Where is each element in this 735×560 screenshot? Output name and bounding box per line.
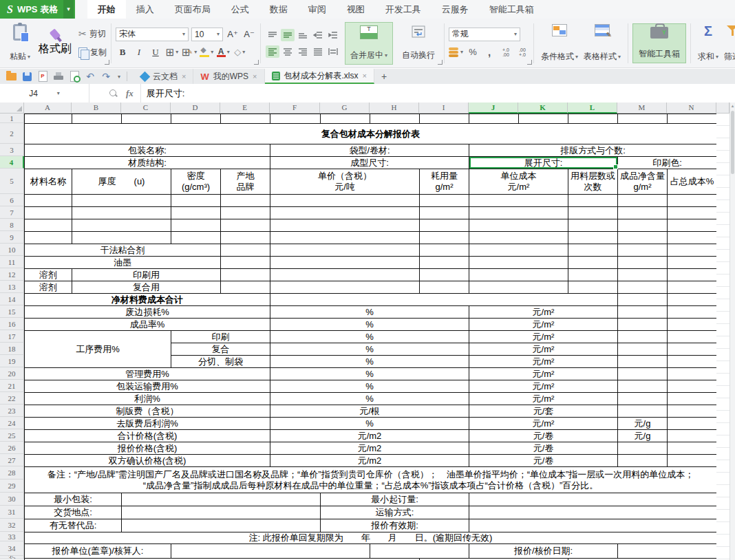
cell-A23[interactable]: 制版费（含税） xyxy=(25,405,270,418)
redo-button[interactable]: ↷ xyxy=(100,71,111,82)
cell-F10[interactable] xyxy=(270,244,420,257)
filter-button[interactable]: 筛选 xyxy=(721,23,735,64)
row-header-33[interactable]: 33 xyxy=(0,532,24,541)
cell-A34[interactable]: 报价单位(盖章)/核算人: xyxy=(25,544,171,559)
table-style-button[interactable]: ✎ 表格样式▾ xyxy=(581,23,624,64)
cell-M19[interactable] xyxy=(618,356,668,368)
menu-tab-home[interactable]: 开始 xyxy=(87,0,126,19)
cell-J12[interactable] xyxy=(469,269,568,281)
cell-J32[interactable] xyxy=(469,519,717,532)
print-preview-button[interactable] xyxy=(69,71,80,82)
cell-D7[interactable] xyxy=(171,207,221,219)
cell-N14[interactable] xyxy=(668,294,717,306)
cell-I8[interactable] xyxy=(420,219,469,232)
comma-style-button[interactable]: , xyxy=(482,45,496,59)
underline-button[interactable]: U xyxy=(149,45,162,59)
cell-A3[interactable]: 包装名称: xyxy=(25,144,270,157)
open-file-button[interactable] xyxy=(6,71,17,82)
cell-M15[interactable] xyxy=(618,306,668,319)
cell-A25[interactable]: 合计价格(含税) xyxy=(25,430,270,442)
cell-F11[interactable] xyxy=(270,257,420,269)
menu-tab-view[interactable]: 视图 xyxy=(337,0,375,19)
cell-M17[interactable] xyxy=(618,331,668,343)
cell-F22[interactable]: % xyxy=(270,393,469,405)
col-header-K[interactable]: K xyxy=(518,103,568,114)
cell-I12[interactable] xyxy=(420,269,469,281)
vertical-scrollbar[interactable]: ▲ xyxy=(729,103,735,560)
formula-input[interactable]: 展开尺寸: xyxy=(147,87,185,100)
menu-tab-page-layout[interactable]: 页面布局 xyxy=(164,0,221,19)
cell-F13[interactable] xyxy=(270,281,420,294)
cell-N22[interactable] xyxy=(668,393,717,405)
cell-E12[interactable] xyxy=(221,269,270,281)
col-header-E[interactable]: E xyxy=(220,103,270,114)
cut-button[interactable]: ✂剪切 xyxy=(78,28,107,40)
cell-A10[interactable]: 干法粘合剂 xyxy=(25,244,221,257)
cell-J5[interactable]: 单位成本 元/m² xyxy=(469,169,568,195)
cell-M20[interactable] xyxy=(618,368,668,380)
row-header-15[interactable]: 15 xyxy=(0,305,24,318)
row-header-21[interactable]: 21 xyxy=(0,380,24,392)
row-header-6[interactable]: 6 xyxy=(0,194,24,206)
cell-F19[interactable]: % xyxy=(270,356,469,368)
col-header-G[interactable]: G xyxy=(320,103,370,114)
currency-button[interactable]: ▾ xyxy=(449,45,463,59)
row-header-18[interactable]: 18 xyxy=(0,343,24,355)
quick-access-caret-icon[interactable]: ▾ xyxy=(118,74,120,80)
cell-A4[interactable]: 材质结构: xyxy=(25,157,270,169)
cell-J9[interactable] xyxy=(469,232,568,244)
wps-logo[interactable]: S WPS 表格 ▾ xyxy=(0,0,75,19)
cell-L12[interactable] xyxy=(568,269,618,281)
cell-N9[interactable] xyxy=(668,232,717,244)
col-header-I[interactable]: I xyxy=(419,103,469,114)
cell-J27[interactable]: 元/卷 xyxy=(469,455,618,467)
cell-D9[interactable] xyxy=(171,232,221,244)
row-header-22[interactable]: 22 xyxy=(0,392,24,405)
doc-tab-workbook[interactable]: 包材成本分解表.xlsx × xyxy=(265,69,374,84)
close-icon[interactable]: × xyxy=(363,72,367,80)
col-header-F[interactable]: F xyxy=(270,103,320,114)
cell-M12[interactable] xyxy=(618,269,668,281)
cell-L6[interactable] xyxy=(568,195,618,207)
cell-J1[interactable] xyxy=(469,114,519,124)
cell-N8[interactable] xyxy=(668,219,717,232)
cell-G32[interactable]: 报价有效期: xyxy=(321,519,469,532)
cell-E9[interactable] xyxy=(221,232,270,244)
cell-M23[interactable] xyxy=(618,405,668,418)
align-right-button[interactable] xyxy=(296,45,310,58)
cell-D19[interactable]: 分切、制袋 xyxy=(171,356,270,368)
cell-A28[interactable]: 备注：“产地/品牌”需注明国产厂名及品牌或进口国名称及品牌；“单价”指货到贵司仓… xyxy=(25,467,717,493)
cell-I6[interactable] xyxy=(420,195,469,207)
cell-B7[interactable] xyxy=(72,207,171,219)
close-icon[interactable]: × xyxy=(253,72,257,80)
row-header-12[interactable]: 12 xyxy=(0,268,24,281)
row-header-14[interactable]: 14 xyxy=(0,293,24,305)
cell-M24[interactable]: 元/g xyxy=(618,418,668,430)
cell-J18[interactable]: 元/m² xyxy=(469,343,618,356)
cell-M13[interactable] xyxy=(618,281,668,294)
cell-A31[interactable]: 交货地点: xyxy=(25,506,122,519)
cell-C1[interactable] xyxy=(122,114,171,124)
cell-J31[interactable] xyxy=(469,506,717,519)
cell-L7[interactable] xyxy=(568,207,618,219)
cell-N6[interactable] xyxy=(668,195,717,207)
cell-F21[interactable]: % xyxy=(270,380,469,393)
row-header-1[interactable]: 1 xyxy=(0,114,24,123)
col-header-H[interactable]: H xyxy=(370,103,419,114)
cell-A22[interactable]: 利润% xyxy=(25,393,270,405)
row-header-30[interactable]: 30 xyxy=(0,493,24,506)
row-header-35[interactable]: 35 xyxy=(0,556,24,559)
row-header-7[interactable]: 7 xyxy=(0,206,24,219)
align-left-button[interactable] xyxy=(266,45,279,58)
increase-decimal-button[interactable]: +.0.00 xyxy=(499,46,513,58)
cell-N15[interactable] xyxy=(668,306,717,319)
cell-B5[interactable]: 厚度 (u) xyxy=(72,169,171,195)
cell-F23[interactable]: 元/根 xyxy=(270,405,469,418)
cell-F5[interactable]: 单价（含税） 元/吨 xyxy=(270,169,420,195)
doc-tab-cloud-docs[interactable]: 云文档 × xyxy=(134,69,193,84)
cell-I5[interactable]: 耗用量 g/m² xyxy=(420,169,469,195)
cell-J22[interactable]: 元/m² xyxy=(469,393,618,405)
cell-F18[interactable]: % xyxy=(270,343,469,356)
cell-A8[interactable] xyxy=(25,219,72,232)
cell-F25[interactable]: 元/m2 xyxy=(270,430,469,442)
